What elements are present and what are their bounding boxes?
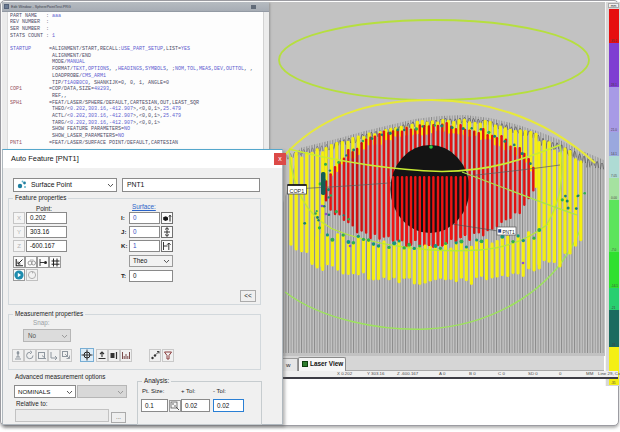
svg-text:COP1: COP1 <box>290 188 305 194</box>
svg-text:PNT1: PNT1 <box>502 230 515 235</box>
